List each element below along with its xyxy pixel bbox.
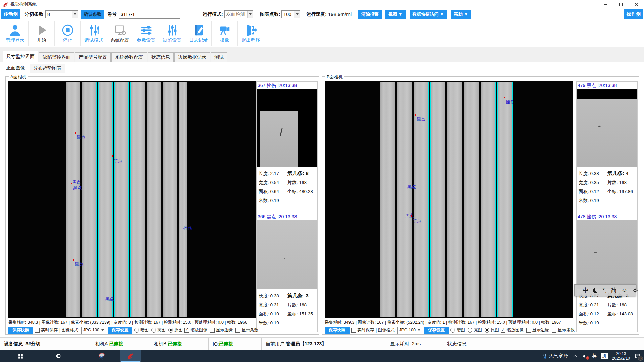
statusbar-value: 管理员【123-123】 <box>286 341 326 347</box>
toolbar-button-label: 系统配置 <box>111 37 129 43</box>
monitor-gear-icon <box>113 23 127 37</box>
defect-thumbnail <box>577 89 637 167</box>
stat-value: 宽度: 0.21 <box>579 302 607 308</box>
sliders-v2-icon <box>166 23 179 37</box>
subtab-分布趋势图表[interactable]: 分布趋势图表 <box>30 64 65 73</box>
toolbar-button-play[interactable]: 开始 <box>28 21 54 46</box>
radio-原图[interactable]: 原图 <box>168 327 183 333</box>
help-menu-button[interactable]: 帮助 ▼ <box>451 10 471 19</box>
notification-center-button[interactable]: 6 <box>634 353 641 359</box>
weather-widget[interactable]: 天气寒冷 <box>542 353 568 359</box>
toolbar-button-user[interactable]: 管理登录 <box>2 21 28 46</box>
tab-测试[interactable]: 测试 <box>211 52 227 62</box>
ime-fullwidth-icon[interactable] <box>593 288 598 293</box>
realtime-save-checkbox[interactable]: 实时保存 <box>351 327 374 333</box>
checkbox-缩放图像[interactable]: 缩放图像 <box>501 327 524 333</box>
taskbar-clock[interactable]: 20:13 2025/2/10 <box>612 351 630 361</box>
toolbar-button-camera[interactable]: 摄像 <box>211 21 237 46</box>
checkbox-显示边缘[interactable]: 显示边缘 <box>526 327 549 333</box>
defect-card[interactable]: 366 黑点 |20:13:38 长度: 0.38第几条: 3宽度: 0.31片… <box>257 213 317 327</box>
save-settings-button[interactable]: 保存设置 <box>108 327 132 334</box>
radio-原图[interactable]: 原图 <box>485 327 499 333</box>
ime-settings-icon[interactable] <box>632 287 638 294</box>
defect-card[interactable]: 367 挫伤 |20:13:38 长度: 2.17第几条: 8宽度: 0.54片… <box>257 82 317 205</box>
snipping-tool-button[interactable] <box>91 350 112 362</box>
tab-缺陷监控界面[interactable]: 缺陷监控界面 <box>39 52 74 62</box>
realtime-save-checkbox[interactable]: 实时保存 <box>35 327 58 333</box>
roll-number-input[interactable] <box>119 10 180 19</box>
toolbar-button-sliders-h[interactable]: 参数设置 <box>133 21 159 46</box>
radio-亮图[interactable]: 亮图 <box>151 327 166 333</box>
toolbar-button-log[interactable]: 日志记录 <box>185 21 211 46</box>
transmission-side-button[interactable]: 传动侧 <box>1 9 20 19</box>
ime-drag-handle[interactable] <box>578 287 578 294</box>
top-control-bar: 传动侧 分切条数 8 确认条数 卷号 运行模式: 双面检测 图表点数: 100 … <box>0 9 644 20</box>
moon-icon <box>593 288 598 293</box>
camera-image-b[interactable]: 挫伤黑点黑点黑点黑点 <box>325 81 573 318</box>
save-snapshot-button[interactable]: 保存快照 <box>325 327 350 334</box>
close-button[interactable] <box>629 0 644 9</box>
radio-亮图[interactable]: 亮图 <box>468 327 482 333</box>
toolbar-button-monitor-gear[interactable]: 系统配置 <box>107 21 133 46</box>
defect-stats: 长度: 0.38第几条: 4宽度: 0.35片数: 168面积: 0.12坐标:… <box>577 167 637 205</box>
data-quick-access-button[interactable]: 数据快捷访问 ▼ <box>410 10 447 19</box>
radio-label: 暗图 <box>457 327 465 333</box>
chevron-down-icon[interactable] <box>294 11 300 18</box>
image-mode-radios: 暗图亮图原图 <box>134 327 183 333</box>
radio-暗图[interactable]: 暗图 <box>450 327 465 333</box>
confirm-count-button[interactable]: 确认条数 <box>81 10 104 19</box>
chevron-down-icon[interactable] <box>72 11 78 18</box>
ime-mode-chinese[interactable]: 中 <box>583 286 589 294</box>
tab-产品型号配置[interactable]: 产品型号配置 <box>75 52 111 62</box>
subtab-正面图像[interactable]: 正面图像 <box>3 63 29 73</box>
radio-暗图[interactable]: 暗图 <box>134 327 149 333</box>
chevron-down-icon[interactable] <box>247 11 253 18</box>
checkbox-缩放图像[interactable]: 缩放图像 <box>184 327 207 333</box>
ime-simplified[interactable]: 简 <box>611 286 617 294</box>
sliders-h-icon <box>140 23 153 37</box>
checkbox-显示条数[interactable]: 显示条数 <box>552 327 575 333</box>
clear-alarm-button[interactable]: 清除报警 <box>358 10 382 19</box>
tab-状态信息[interactable]: 状态信息 <box>148 52 174 62</box>
stats-row: 面积: 0.64坐标: 480.28 <box>259 187 316 196</box>
task-view-button[interactable] <box>48 350 69 362</box>
image-format-select[interactable]: JPG 100 <box>81 327 106 334</box>
operation-side-button[interactable]: 操作侧 <box>624 9 643 19</box>
toolbar-button-label: 摄像 <box>220 37 229 43</box>
tab-尺寸监控界面[interactable]: 尺寸监控界面 <box>3 51 38 62</box>
ime-indicator[interactable]: 拼 <box>601 353 608 359</box>
chevron-up-icon[interactable] <box>573 354 578 359</box>
ime-toolbar[interactable]: 中°,简☺ <box>574 284 636 296</box>
toolbar-button-stop[interactable]: 停止 <box>54 21 80 46</box>
checkbox-显示边缘[interactable]: 显示边缘 <box>210 327 233 333</box>
volume-muted-icon[interactable]: × <box>582 353 588 359</box>
tab-边缘数据记录[interactable]: 边缘数据记录 <box>174 52 210 62</box>
view-menu-button[interactable]: 视图 ▼ <box>385 10 406 19</box>
sliders-v-icon <box>87 23 101 37</box>
toolbar-button-sliders-v[interactable]: 调试模式 <box>80 21 107 46</box>
running-app-button[interactable] <box>120 350 141 362</box>
start-button[interactable] <box>10 350 31 362</box>
run-mode-select[interactable]: 双面检测 <box>224 10 253 18</box>
strip-outline <box>397 82 412 317</box>
toolbar-button-sliders-v2[interactable]: 缺陷设置 <box>159 21 185 46</box>
camera-image-a[interactable]: 黑点黑点黑点黑点挫伤黑点黑点 <box>8 81 256 318</box>
language-indicator[interactable]: 英 <box>592 353 597 359</box>
toolbar-button-exit[interactable]: 退出程序 <box>237 21 264 46</box>
slit-count-select[interactable]: 8 <box>45 10 78 18</box>
checkbox-显示条数[interactable]: 显示条数 <box>235 327 258 333</box>
checkbox-icon <box>501 328 505 333</box>
ime-emoji-icon[interactable]: ☺ <box>621 287 627 294</box>
chart-points-select[interactable]: 100 <box>281 10 300 18</box>
stat-value: 米数: 0.19 <box>259 198 287 204</box>
maximize-button[interactable] <box>613 0 629 9</box>
save-settings-button[interactable]: 保存设置 <box>424 327 449 334</box>
defect-card[interactable]: 478 挫伤 |20:13:38 长度: 0.57第几条: 3宽度: 0.21片… <box>577 213 637 327</box>
minimize-button[interactable] <box>598 0 613 9</box>
defect-card[interactable]: 479 黑点 |20:13:38 长度: 0.38第几条: 4宽度: 0.35片… <box>577 82 637 205</box>
checkbox-label: 显示条数 <box>558 327 575 333</box>
tab-系统参数配置[interactable]: 系统参数配置 <box>111 52 147 62</box>
image-format-select[interactable]: JPG 100 <box>397 327 422 334</box>
save-snapshot-button[interactable]: 保存快照 <box>8 327 33 334</box>
ime-punctuation[interactable]: °, <box>602 287 606 294</box>
